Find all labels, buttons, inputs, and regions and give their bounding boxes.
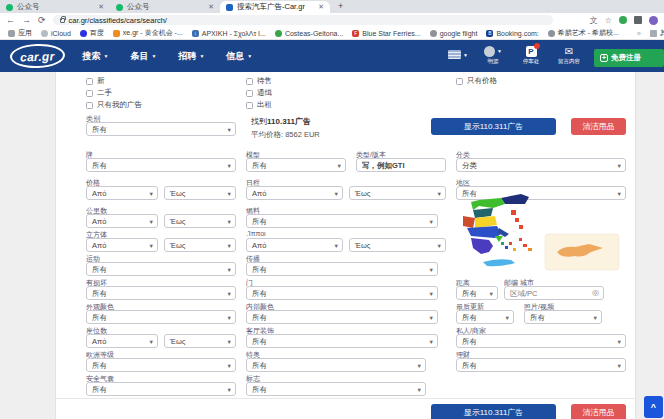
seller-type-select[interactable]: 所有▼	[456, 334, 626, 348]
badge-select[interactable]: 所有▼	[246, 382, 426, 396]
euro-class-select[interactable]: 所有▼	[86, 358, 236, 372]
forward-icon[interactable]: →	[22, 16, 31, 25]
hp-from-select[interactable]: Από▼	[246, 238, 343, 252]
bookmark-booking[interactable]: BBooking.com:	[486, 30, 538, 37]
scroll-top-button[interactable]: ^	[644, 396, 663, 418]
checkbox-for-sale[interactable]: 待售	[246, 76, 272, 86]
language-selector[interactable]: ▼	[448, 46, 468, 59]
checkbox-only-price[interactable]: 只有价格	[456, 76, 497, 86]
extension-icon[interactable]	[619, 16, 627, 24]
close-icon[interactable]: ✕	[208, 3, 214, 11]
bookmarks-overflow-icon[interactable]: »	[637, 30, 641, 37]
translate-icon[interactable]: 文	[590, 15, 598, 26]
interior-color-select[interactable]: 所有▼	[246, 310, 438, 324]
register-button[interactable]: + 免费注册	[594, 49, 664, 67]
cubic-to-select[interactable]: Έως▼	[164, 238, 236, 252]
interior-trim-select[interactable]: 所有▼	[246, 334, 438, 348]
menu-jobs[interactable]: 招聘▼	[178, 50, 204, 63]
menu-search[interactable]: 搜索▼	[83, 50, 109, 63]
chevron-down-icon: ▼	[227, 191, 232, 197]
menu-info[interactable]: 信息▼	[226, 50, 252, 63]
geolocation-icon[interactable]: ◎	[592, 288, 599, 297]
cargr-logo[interactable]: car.gr	[10, 43, 65, 69]
bookmark-icloud[interactable]: iCloud	[41, 30, 71, 37]
extensions-puzzle-icon[interactable]	[634, 16, 642, 24]
tab-wechat-1[interactable]: 公众号 ✕	[0, 1, 110, 13]
checkbox-wanted[interactable]: 通缉	[246, 88, 272, 98]
bookmark-gflight[interactable]: google flight	[430, 30, 478, 37]
menu-listings[interactable]: 条目▼	[130, 50, 156, 63]
wechat-favicon	[116, 4, 123, 11]
hp-to-select[interactable]: Έως▼	[349, 238, 446, 252]
bookmark-arxiki[interactable]: ↓ΑΡΧΙΚΗ - ΣχολΛτ Ι...	[192, 30, 266, 37]
seats-to-select[interactable]: Έως▼	[164, 334, 236, 348]
doors-select[interactable]: 所有▼	[246, 286, 438, 300]
chevron-down-icon: ▼	[334, 191, 339, 197]
clear-filters-button-bottom[interactable]: 清洁用品	[571, 404, 626, 419]
exterior-color-select[interactable]: 所有▼	[86, 310, 236, 324]
chevron-down-icon: ▼	[227, 387, 232, 393]
classification-select[interactable]: 分类▼	[456, 158, 626, 172]
back-icon[interactable]: ←	[6, 16, 15, 25]
greece-region-map[interactable]	[449, 192, 627, 276]
bookmark-costeas[interactable]: Costeas-Geitona...	[275, 30, 343, 37]
airbags-select[interactable]: 所有▼	[86, 382, 236, 396]
year-from-select[interactable]: Από▼	[246, 186, 343, 200]
show-ads-button[interactable]: 显示110.311广告	[431, 118, 556, 135]
tab-cargr-active[interactable]: 搜索汽车广告-Car.gr ✕	[220, 1, 330, 13]
brand-select[interactable]: 所有▼	[86, 158, 236, 172]
bookmarks-bar: 应用 iCloud 百度 xe.gr - 黄金机会 -... ↓ΑΡΧΙΚΗ -…	[0, 27, 664, 40]
finance-select[interactable]: 所有▼	[456, 358, 626, 372]
chevron-down-icon: ▼	[489, 291, 494, 297]
bookmark-baidu[interactable]: 百度	[80, 28, 104, 38]
tab-wechat-2[interactable]: 公众号 ✕	[110, 1, 220, 13]
extras-select[interactable]: 所有▼	[246, 358, 426, 372]
last-update-select[interactable]: 所有▼	[456, 310, 514, 324]
mileage-from-select[interactable]: Από▼	[86, 214, 158, 228]
bookmark-apps[interactable]: 应用	[8, 28, 32, 38]
checkbox-used[interactable]: 二手	[86, 88, 112, 98]
new-tab-button[interactable]: +	[338, 1, 343, 11]
category-select[interactable]: 所有▼	[86, 122, 236, 136]
chevron-down-icon: ▼	[227, 127, 232, 133]
variant-input[interactable]	[356, 158, 446, 172]
url-text: car.gr/classifieds/cars/search/	[69, 16, 167, 25]
chevron-down-icon: ▼	[227, 339, 232, 345]
show-ads-button-bottom[interactable]: 显示110.311广告	[431, 404, 556, 419]
postal-input[interactable]	[504, 286, 604, 300]
bookmark-bluestar[interactable]: FBlue Star Ferries...	[352, 30, 420, 37]
seats-from-select[interactable]: Από▼	[86, 334, 158, 348]
account-menu[interactable]: ▼ 明源	[480, 46, 506, 65]
price-from-select[interactable]: Από▼	[86, 186, 158, 200]
other-bookmarks-folder[interactable]: 其他	[650, 28, 664, 38]
parking-menu[interactable]: P 停车处	[518, 46, 544, 65]
media-select[interactable]: 所有▼	[524, 310, 602, 324]
drive-select[interactable]: 所有▼	[86, 262, 236, 276]
transmission-select[interactable]: 所有▼	[246, 262, 438, 276]
checkbox-icon	[86, 102, 93, 109]
close-icon[interactable]: ✕	[98, 3, 104, 11]
profile-avatar[interactable]	[649, 16, 658, 25]
close-icon[interactable]: ✕	[318, 3, 324, 11]
model-select[interactable]: 所有▼	[246, 158, 346, 172]
fuel-select[interactable]: 所有▼	[246, 214, 438, 228]
checkbox-for-rent[interactable]: 出租	[246, 100, 272, 110]
checkbox-only-mine[interactable]: 只有我的广告	[86, 100, 142, 110]
bookmark-star-icon[interactable]: ☆	[605, 16, 612, 25]
reload-icon[interactable]: ⟳	[38, 16, 46, 25]
tab-title: 公众号	[127, 2, 204, 12]
chevron-down-icon: ▼	[334, 243, 339, 249]
clear-filters-button[interactable]: 清洁用品	[571, 118, 626, 135]
damage-select[interactable]: 所有▼	[86, 286, 236, 300]
price-to-select[interactable]: Έως▼	[164, 186, 236, 200]
messages-menu[interactable]: ✉ 留言内容	[556, 46, 582, 65]
year-to-select[interactable]: Έως▼	[349, 186, 446, 200]
bookmark-xegr[interactable]: xe.gr - 黄金机会 -...	[113, 28, 183, 38]
mileage-to-select[interactable]: Έως▼	[164, 214, 236, 228]
cubic-from-select[interactable]: Από▼	[86, 238, 158, 252]
checkbox-new[interactable]: 新	[86, 76, 105, 86]
url-bar[interactable]: car.gr/classifieds/cars/search/	[53, 15, 553, 25]
chevron-down-icon: ▼	[417, 387, 422, 393]
distance-select[interactable]: 所有▼	[456, 286, 498, 300]
bookmark-greekart[interactable]: 希腊艺术 - 希腊校...	[548, 28, 619, 38]
